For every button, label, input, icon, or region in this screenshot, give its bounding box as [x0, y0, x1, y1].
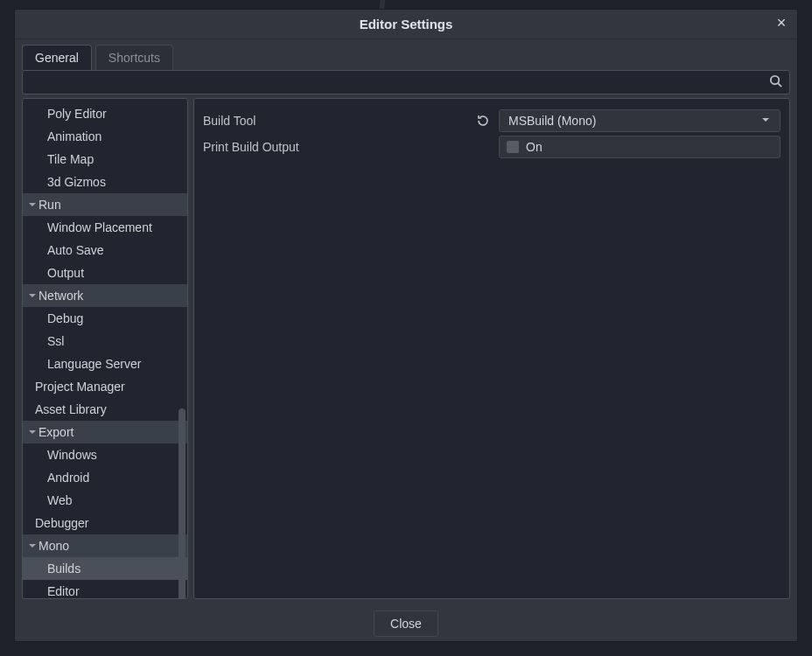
- tree-item-label: Project Manager: [35, 380, 125, 394]
- tree-item-label: Ssl: [47, 334, 64, 348]
- setting-print-build-output: Print Build Output On: [203, 134, 780, 160]
- chevron-down-icon: [26, 200, 38, 209]
- search-box: [22, 70, 790, 94]
- tab-shortcuts[interactable]: Shortcuts: [95, 45, 173, 70]
- tree-item-window-placement[interactable]: Window Placement: [23, 216, 187, 239]
- tree-item-export[interactable]: Export: [23, 421, 187, 443]
- tree-item-label: Mono: [38, 539, 69, 553]
- dialog-footer: Close: [15, 606, 797, 641]
- chevron-down-icon: [760, 114, 771, 128]
- tree-item-label: Poly Editor: [47, 107, 107, 121]
- tree-item-network[interactable]: Network: [23, 284, 187, 307]
- tree-item-label: Animation: [47, 129, 102, 143]
- tree-item-builds[interactable]: Builds: [23, 557, 187, 580]
- tree-item-label: Network: [38, 289, 83, 303]
- tab-general[interactable]: General: [22, 45, 92, 70]
- tree-item-debugger[interactable]: Debugger: [23, 512, 187, 534]
- tree-item-label: Window Placement: [47, 220, 152, 234]
- reset-icon[interactable]: [474, 112, 492, 129]
- tree-item-ssl[interactable]: Ssl: [23, 330, 187, 352]
- build-tool-dropdown[interactable]: MSBuild (Mono): [499, 109, 780, 132]
- tree-item-label: Run: [38, 198, 61, 212]
- tree-item-label: Builds: [47, 562, 80, 576]
- setting-build-tool: Build Tool MSBuild (Mono): [203, 108, 780, 134]
- print-build-output-checkbox[interactable]: On: [499, 136, 780, 158]
- tree-item-editor[interactable]: Editor: [23, 580, 187, 599]
- chevron-down-icon: [26, 428, 38, 436]
- tree-item-tile-map[interactable]: Tile Map: [23, 148, 187, 171]
- tree-item-mono[interactable]: Mono: [23, 534, 187, 557]
- tree-item-label: Web: [47, 493, 73, 507]
- tree-item-auto-save[interactable]: Auto Save: [23, 239, 187, 262]
- search-row: [22, 70, 790, 94]
- tree-item-label: Debugger: [35, 516, 89, 530]
- tree-item-label: Auto Save: [47, 243, 104, 257]
- dialog-title: Editor Settings: [360, 17, 453, 31]
- checkbox-label: On: [526, 140, 542, 154]
- settings-tree: Poly EditorAnimationTile Map3d GizmosRun…: [22, 98, 188, 599]
- dialog-body: Poly EditorAnimationTile Map3d GizmosRun…: [22, 98, 790, 599]
- dropdown-value: MSBuild (Mono): [508, 114, 596, 128]
- chevron-down-icon: [26, 541, 38, 550]
- tree-item-label: Android: [47, 471, 89, 485]
- tree-item-label: 3d Gizmos: [47, 175, 106, 189]
- close-icon[interactable]: ×: [773, 15, 790, 32]
- svg-line-1: [778, 83, 781, 87]
- titlebar: Editor Settings ×: [15, 10, 797, 39]
- tree-item-label: Asset Library: [35, 402, 107, 416]
- checkbox-box: [507, 141, 519, 153]
- sidebar-scrollbar[interactable]: [178, 408, 186, 599]
- tree-item-label: Tile Map: [47, 152, 94, 166]
- setting-label-print-build-output: Print Build Output: [203, 140, 474, 154]
- tree-item-output[interactable]: Output: [23, 262, 187, 284]
- tree-item-run[interactable]: Run: [23, 193, 187, 216]
- editor-settings-dialog: Editor Settings × General Shortcuts Poly…: [14, 9, 798, 642]
- tree-item-label: Debug: [47, 311, 83, 325]
- tree-item-animation[interactable]: Animation: [23, 125, 187, 148]
- tree-item-label: Windows: [47, 448, 97, 462]
- svg-point-0: [771, 76, 779, 84]
- chevron-down-icon: [26, 291, 38, 300]
- tree-item-label: Editor: [47, 584, 80, 598]
- tree-item-poly-editor[interactable]: Poly Editor: [23, 102, 187, 125]
- tree-item-web[interactable]: Web: [23, 489, 187, 512]
- setting-label-build-tool: Build Tool: [203, 114, 474, 128]
- tree-item-android[interactable]: Android: [23, 466, 187, 489]
- tree-item-windows[interactable]: Windows: [23, 443, 187, 466]
- search-icon: [769, 74, 782, 90]
- tree-item-label: Output: [47, 266, 84, 280]
- tab-bar: General Shortcuts: [15, 39, 797, 70]
- close-button[interactable]: Close: [374, 611, 438, 637]
- tree-item-asset-library[interactable]: Asset Library: [23, 398, 187, 421]
- settings-content: Build Tool MSBuild (Mono): [193, 98, 790, 599]
- tree-item-label: Language Server: [47, 357, 141, 371]
- tree-item-label: Export: [38, 425, 74, 439]
- tree-item-debug[interactable]: Debug: [23, 307, 187, 330]
- tree-item-language-server[interactable]: Language Server: [23, 352, 187, 375]
- tree-item-project-manager[interactable]: Project Manager: [23, 375, 187, 398]
- search-input[interactable]: [30, 75, 769, 89]
- tree-item-3d-gizmos[interactable]: 3d Gizmos: [23, 171, 187, 193]
